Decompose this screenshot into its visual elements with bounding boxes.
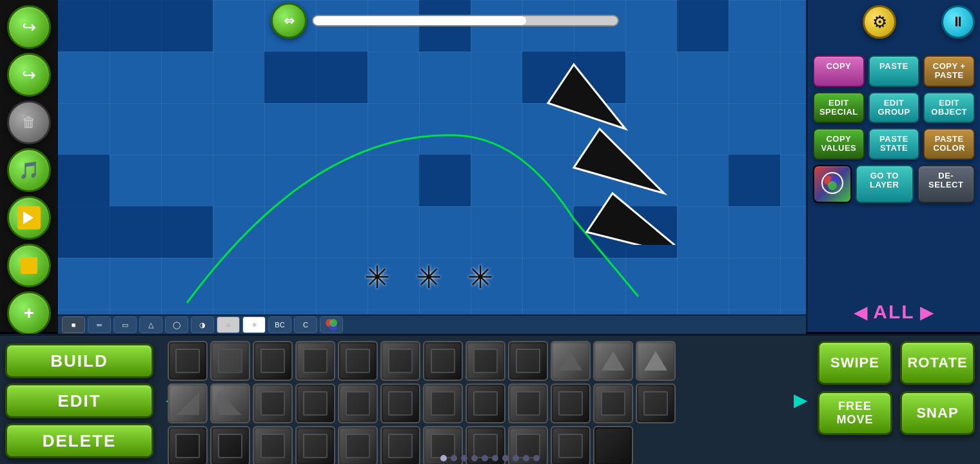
block-icon (473, 349, 498, 373)
object-cell[interactable] (338, 383, 378, 423)
swipe-button[interactable]: SWIPE (818, 341, 892, 385)
block-icon (346, 391, 370, 416)
object-grid (168, 341, 806, 459)
redo-button[interactable]: ↪ (7, 53, 51, 97)
object-cell[interactable] (593, 341, 633, 381)
page-dot-5[interactable] (492, 455, 498, 461)
object-cell[interactable] (380, 341, 420, 381)
scrubber-bar[interactable]: ⇔ (271, 4, 619, 37)
object-cell[interactable] (466, 341, 505, 381)
object-cell[interactable] (210, 341, 250, 381)
go-to-layer-button[interactable]: GO TO LAYER (856, 165, 914, 203)
object-cell[interactable] (253, 426, 293, 464)
object-cell[interactable] (295, 383, 335, 423)
paste-color-button[interactable]: PASTE COLOR (923, 128, 975, 160)
edit-special-button[interactable]: EDIT SPECIAL (813, 92, 865, 124)
strip-rect-icon[interactable]: ▭ (113, 316, 137, 333)
object-cell[interactable] (551, 426, 591, 464)
page-dot-6[interactable] (502, 455, 509, 461)
object-cell[interactable] (466, 383, 505, 423)
strip-flat-icon[interactable]: ═ (88, 316, 111, 333)
object-cell[interactable] (380, 426, 420, 464)
strip-color-icon[interactable] (320, 316, 343, 333)
all-next-arrow[interactable]: ▶ (920, 302, 934, 323)
strip-block-icon[interactable]: ■ (62, 316, 85, 333)
object-cell[interactable] (168, 426, 208, 464)
all-prev-arrow[interactable]: ◀ (854, 302, 868, 323)
object-cell[interactable] (253, 383, 293, 423)
edit-button[interactable]: EDIT (5, 383, 153, 418)
edit-group-button[interactable]: EDIT GROUP (868, 92, 920, 124)
edit-object-button[interactable]: EDIT OBJECT (923, 92, 975, 124)
object-cell[interactable] (551, 383, 591, 423)
object-cell[interactable] (210, 383, 250, 423)
object-cell[interactable] (253, 341, 293, 381)
object-cell[interactable] (338, 341, 378, 381)
page-dot-4[interactable] (482, 455, 488, 461)
object-cell[interactable] (338, 426, 378, 464)
delete-button[interactable]: DELETE (5, 423, 153, 458)
block-icon (346, 349, 370, 373)
page-dot-3[interactable] (471, 455, 478, 461)
undo-button[interactable]: ↩ (7, 5, 51, 49)
object-cell[interactable] (508, 341, 548, 381)
music-button[interactable]: 🎵 (7, 148, 51, 192)
object-grid-next[interactable]: ▶ (788, 387, 814, 413)
settings-button[interactable]: ⚙ (863, 5, 896, 39)
rotate-button[interactable]: ROTATE (900, 341, 975, 385)
page-dot-1[interactable] (451, 455, 457, 461)
bg-tile (110, 206, 213, 258)
strip-orb-icon[interactable]: ○ (217, 316, 240, 333)
color-button[interactable] (813, 165, 852, 203)
trash-button[interactable]: 🗑 (7, 101, 51, 144)
object-cell[interactable] (593, 383, 633, 423)
object-cell[interactable] (210, 426, 250, 464)
strip-c-icon[interactable]: C (294, 316, 317, 333)
strip-burst-icon[interactable]: ✳ (242, 316, 266, 333)
object-cell[interactable] (508, 383, 548, 423)
free-move-button[interactable]: FREE MOVE (818, 391, 892, 435)
block-icon (260, 391, 285, 416)
object-cell-black[interactable] (593, 426, 633, 464)
object-cell[interactable] (423, 383, 463, 423)
object-cell[interactable] (295, 426, 335, 464)
scrubber-button[interactable]: ⇔ (271, 3, 307, 39)
svg-marker-1 (574, 129, 664, 193)
object-cell[interactable] (636, 383, 676, 423)
zoom-in-icon: + (24, 303, 34, 324)
object-cell[interactable] (380, 383, 420, 423)
stop-button[interactable] (7, 244, 51, 287)
page-dot-9[interactable] (533, 455, 540, 461)
page-dot-7[interactable] (513, 455, 519, 461)
snap-button[interactable]: SNAP (900, 391, 975, 435)
object-cell[interactable] (295, 341, 335, 381)
color-picker-icon (821, 171, 844, 195)
editor-canvas[interactable]: ⇔ ✳ ✳ ✳ (58, 0, 806, 332)
copy-paste-button[interactable]: COPY + PASTE (923, 55, 975, 87)
block-icon (516, 391, 540, 416)
deselect-button[interactable]: DE-SELECT (917, 165, 975, 203)
pause-button[interactable]: ⏸ (941, 5, 975, 39)
play-stop-button[interactable] (7, 196, 51, 240)
strip-ball-icon[interactable]: ◯ (165, 316, 188, 333)
paste-state-button[interactable]: PASTE STATE (868, 128, 920, 160)
page-dot-0[interactable] (440, 455, 447, 461)
strip-bc-icon[interactable]: BC (268, 316, 291, 333)
build-button[interactable]: BUILD (5, 343, 153, 378)
zoom-in-button[interactable]: + (7, 291, 51, 335)
scrubber-track[interactable] (312, 15, 619, 26)
object-cell[interactable] (636, 341, 676, 381)
block-icon (388, 349, 413, 373)
object-cell[interactable] (423, 341, 463, 381)
strip-pad-icon[interactable]: ◑ (191, 316, 214, 333)
strip-tri-icon[interactable]: △ (139, 316, 162, 333)
copy-button[interactable]: COPY (813, 55, 865, 87)
object-cell[interactable] (168, 341, 208, 381)
page-dot-8[interactable] (523, 455, 529, 461)
object-cell[interactable] (168, 383, 208, 423)
copy-values-button[interactable]: COPY VALUES (813, 128, 865, 160)
paste-button[interactable]: PASTE (868, 55, 920, 87)
scrubber-fill (313, 16, 526, 25)
page-dot-2[interactable] (461, 455, 467, 461)
object-cell[interactable] (551, 341, 591, 381)
